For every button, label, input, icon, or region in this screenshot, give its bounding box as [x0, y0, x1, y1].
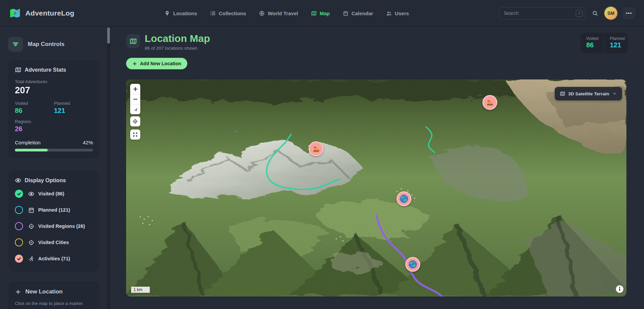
globe-icon: [399, 194, 409, 204]
toggle-visited[interactable]: Visited (86): [15, 190, 93, 198]
visited-value: 86: [15, 107, 54, 115]
completion-row: Completion 42%: [15, 140, 93, 145]
sidebar-scrollbar[interactable]: [107, 27, 110, 309]
toggle-visited-cities[interactable]: Visited Cities: [15, 238, 93, 246]
check-icon: [17, 256, 22, 261]
hiking-trail-track: [267, 134, 340, 189]
locate-icon: [132, 118, 138, 124]
main-content: Location Map 86 of 207 locations shown V…: [110, 27, 644, 309]
toggle-planned[interactable]: Planned (121): [15, 206, 93, 214]
toggle-activities[interactable]: Activities (71): [15, 255, 93, 263]
new-location-header: New Location: [15, 288, 93, 295]
app-brand[interactable]: AdventureLog: [9, 7, 74, 19]
app-title: AdventureLog: [25, 9, 74, 17]
hiking-trail-short-track: [426, 127, 434, 152]
card-title: Display Options: [25, 177, 66, 184]
pin-icon: [164, 10, 170, 16]
minus-icon: [133, 96, 138, 102]
adventure-stats-card: Adventure Stats Total Adventures 207 Vis…: [8, 60, 100, 158]
filter-button[interactable]: [8, 37, 23, 52]
map-icon: [15, 67, 21, 73]
hiking-boot-icon: [312, 145, 320, 153]
map-style-label: 3D Satellite Terrain: [568, 91, 609, 96]
new-location-hint: Click on the map to place a marker.: [15, 301, 93, 306]
page-title-icon-box: [126, 34, 140, 48]
nav-map[interactable]: Map: [311, 10, 330, 16]
checkbox-checked[interactable]: [15, 255, 23, 263]
search-button[interactable]: [591, 9, 599, 18]
search-input[interactable]: [499, 7, 586, 20]
checkbox-unchecked[interactable]: [15, 222, 23, 230]
chevron-down-icon: [612, 91, 617, 96]
summary-planned-value: 121: [610, 41, 628, 49]
gpx-route-track: [377, 216, 444, 296]
scrollbar-thumb[interactable]: [107, 27, 110, 44]
nav-world-travel[interactable]: World Travel: [259, 10, 298, 16]
plus-icon: [133, 86, 138, 92]
tracks-overlay: [126, 79, 626, 296]
completion-progress-track: [15, 149, 93, 151]
summary-visited-value: 86: [586, 41, 604, 49]
checkbox-unchecked[interactable]: [15, 238, 23, 246]
nav-users[interactable]: Users: [386, 10, 409, 16]
filter-icon: [12, 41, 19, 48]
checkbox-unchecked[interactable]: [15, 206, 23, 214]
eye-icon: [28, 191, 34, 197]
map-marker-location[interactable]: [405, 257, 420, 272]
navbar-right-group: / SM: [499, 7, 635, 20]
nav-label: Users: [395, 10, 409, 16]
map-scale: 1 km: [131, 287, 150, 293]
summary-card: Visited 86 Planned 121: [581, 33, 628, 53]
list-icon: [210, 10, 216, 16]
map-canvas[interactable]: 3D Satellite Terrain 1 km: [126, 79, 626, 296]
eye-icon: [15, 177, 21, 184]
checkbox-checked[interactable]: [15, 190, 23, 198]
runner-icon: [28, 256, 34, 262]
hiking-boot-icon: [486, 98, 494, 106]
map-icon: [311, 10, 317, 16]
nav-locations[interactable]: Locations: [164, 10, 197, 16]
map-marker-activity[interactable]: [482, 95, 497, 110]
users-icon: [386, 10, 392, 16]
display-options-header: Display Options: [15, 177, 93, 184]
summary-visited: Visited 86: [581, 33, 604, 53]
zoom-control-group: [130, 84, 140, 114]
map-icon: [560, 91, 565, 96]
map-marker-location[interactable]: [397, 191, 411, 206]
planned-stat: Planned 121: [54, 101, 93, 115]
overflow-menu-button[interactable]: [622, 7, 635, 19]
map-style-selector[interactable]: 3D Satellite Terrain: [555, 87, 622, 100]
nav-calendar[interactable]: Calendar: [343, 10, 373, 16]
check-icon: [17, 191, 22, 196]
fullscreen-button[interactable]: [130, 129, 140, 140]
target-icon: [28, 223, 34, 230]
plus-icon: [132, 61, 137, 66]
zoom-out-button[interactable]: [130, 94, 140, 104]
calendar-icon: [343, 10, 349, 16]
compass-button[interactable]: [130, 104, 140, 114]
geolocate-button[interactable]: [130, 116, 140, 126]
plus-icon: [15, 289, 21, 295]
card-title: Adventure Stats: [25, 67, 66, 73]
page-title: Location Map: [145, 33, 210, 44]
search-icon: [592, 10, 598, 16]
target-icon: [28, 239, 34, 246]
avatar[interactable]: SM: [604, 7, 617, 20]
nav-label: Map: [320, 10, 330, 16]
zoom-in-button[interactable]: [130, 84, 140, 94]
compass-needle-icon: [133, 106, 138, 112]
completion-label: Completion: [15, 140, 41, 145]
completion-progress-fill: [15, 149, 48, 151]
display-options-card: Display Options Visited (86) Planned (12…: [8, 170, 100, 271]
planned-value: 121: [54, 107, 93, 115]
attribution-info-button[interactable]: [616, 285, 624, 293]
nav-label: World Travel: [268, 10, 298, 16]
new-location-card: New Location Click on the map to place a…: [8, 282, 100, 309]
toggle-visited-regions[interactable]: Visited Regions (26): [15, 222, 93, 230]
nav-label: Calendar: [352, 10, 373, 16]
nav-collections[interactable]: Collections: [210, 10, 246, 16]
map-marker-activity[interactable]: [309, 141, 324, 156]
add-new-location-button[interactable]: Add New Location: [126, 58, 187, 69]
adventure-stats-header: Adventure Stats: [15, 67, 93, 73]
search-box: /: [499, 7, 586, 20]
